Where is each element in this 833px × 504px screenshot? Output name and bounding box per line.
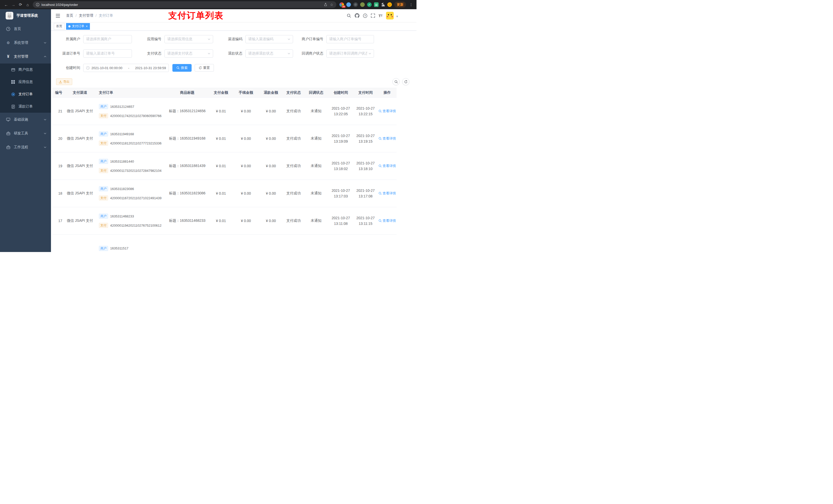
sidebar-item-label: 工作流程 bbox=[14, 145, 28, 149]
filter-row-2: 渠道订单号 请输入渠道订单号 支付状态 请选择支付状态 退款状态 请选择退款状态… bbox=[56, 49, 411, 57]
pay-badge: 支付 bbox=[99, 223, 108, 228]
github-icon[interactable] bbox=[355, 13, 359, 18]
extensions-puzzle-icon[interactable] bbox=[381, 3, 385, 7]
merchant-order-no-input[interactable]: 请输入商户订单编号 bbox=[326, 35, 374, 43]
app-id-select[interactable]: 请选择应用信息 bbox=[164, 35, 213, 43]
sidebar-item-workflow[interactable]: 工作流程 bbox=[0, 140, 51, 154]
merchant-badge: 商户 bbox=[99, 214, 108, 219]
filter-label: 渠道订单号 bbox=[56, 51, 80, 56]
active-dot bbox=[68, 25, 70, 27]
view-detail-link[interactable]: 查看详情 bbox=[379, 164, 396, 168]
cell-notify: 未通知 bbox=[304, 207, 328, 234]
pay-status-select[interactable]: 请选择支付状态 bbox=[164, 49, 213, 57]
close-icon[interactable]: × bbox=[86, 25, 88, 28]
fullscreen-icon[interactable] bbox=[371, 14, 375, 18]
help-icon[interactable]: ? bbox=[363, 14, 367, 18]
share-icon[interactable] bbox=[324, 3, 327, 6]
pay-order-no: 4200001167202110271022491439 bbox=[110, 196, 162, 200]
sidebar-item-refund-order[interactable]: 退款订单 bbox=[0, 100, 51, 113]
cell-refund: ¥ 0.00 bbox=[259, 152, 283, 179]
pay-badge: 支付 bbox=[99, 113, 108, 118]
bookmark-star-icon[interactable]: ☆ bbox=[330, 3, 333, 7]
col-pay-time: 支付时间 bbox=[353, 88, 378, 97]
merchant-input[interactable]: 请选择所属商户 bbox=[83, 35, 132, 43]
reset-button[interactable]: 重置 bbox=[195, 64, 214, 72]
sidebar-item-system[interactable]: ⚙ 系统管理 bbox=[0, 36, 51, 50]
extension-icon-blue[interactable] bbox=[346, 2, 351, 7]
channel-order-no-input[interactable]: 请输入渠道订单号 bbox=[83, 49, 132, 57]
sidebar-item-pay-order[interactable]: 支付订单 bbox=[0, 88, 51, 100]
col-action: 操作 bbox=[378, 88, 397, 97]
view-detail-link[interactable]: 查看详情 bbox=[379, 218, 396, 223]
extension-icon-dark[interactable] bbox=[353, 2, 358, 7]
extension-icon-colorful[interactable]: 10 bbox=[339, 2, 344, 7]
view-detail-link[interactable]: 查看详情 bbox=[379, 109, 396, 114]
pay-order-no: 4200001174202110278060590766 bbox=[110, 114, 162, 118]
notify-status-select[interactable]: 请选择订单回调商户状态 bbox=[326, 49, 374, 57]
breadcrumb-home[interactable]: 首页 bbox=[66, 13, 73, 18]
sidebar-toggle-icon[interactable] bbox=[53, 14, 63, 18]
export-button-label: 导出 bbox=[63, 80, 69, 84]
font-size-icon[interactable]: TT bbox=[379, 14, 382, 18]
extension-icon-olive[interactable] bbox=[360, 2, 365, 7]
cell-pay-time: 2021-10-2713:22:15 bbox=[353, 98, 378, 125]
cell-title: 标题：1635312124656 bbox=[166, 98, 209, 125]
filter-label: 商户订单编号 bbox=[293, 37, 323, 42]
url-bar[interactable]: localhost:1024/pay/order ☆ bbox=[33, 1, 336, 8]
toggle-search-button[interactable] bbox=[392, 78, 400, 85]
sidebar-item-label: 首页 bbox=[14, 27, 21, 31]
cell-amount: ¥ 0.01 bbox=[209, 98, 233, 125]
extension-icon-green-check[interactable]: ✓ bbox=[367, 2, 372, 7]
forward-icon[interactable]: → bbox=[10, 1, 17, 8]
breadcrumb-payment[interactable]: 支付管理 bbox=[79, 13, 93, 18]
home-icon[interactable]: ⌂ bbox=[24, 1, 31, 8]
cell-create-time: 2021-10-2713:17:03 bbox=[328, 180, 353, 207]
sidebar-item-infrastructure[interactable]: 基础设施 bbox=[0, 113, 51, 126]
profile-avatar-icon[interactable] bbox=[387, 2, 392, 7]
avatar-caret-icon[interactable]: ▼ bbox=[396, 15, 399, 18]
table-row: 19 微信 JSAPI 支付 商户1635311881440 支付4200001… bbox=[52, 152, 397, 180]
placeholder-text: 请选择应用信息 bbox=[167, 37, 206, 42]
back-icon[interactable]: ← bbox=[3, 1, 10, 8]
cell-fee: ¥ 0.00 bbox=[233, 180, 259, 207]
site-info-icon[interactable] bbox=[36, 3, 40, 6]
page-annotation: 支付订单列表 bbox=[168, 10, 223, 22]
refresh-button[interactable] bbox=[402, 78, 409, 85]
search-button[interactable]: 搜索 bbox=[172, 64, 192, 72]
sidebar-item-label: 支付订单 bbox=[19, 92, 33, 97]
pay-order-no: 4200001181202110277723215336 bbox=[110, 141, 162, 145]
sidebar-item-label: 基础设施 bbox=[14, 117, 28, 122]
sidebar-item-payment[interactable]: ¥ 支付管理 bbox=[0, 50, 51, 64]
col-create-time: 创建时间 bbox=[328, 88, 353, 97]
view-detail-link[interactable]: 查看详情 bbox=[379, 136, 396, 141]
filter-row-1: 所属商户 请选择所属商户 应用编号 请选择应用信息 渠道编码 请输入渠道编码 商… bbox=[56, 35, 411, 43]
cell-id: 20 bbox=[52, 125, 64, 152]
pay-badge: 支付 bbox=[99, 195, 108, 200]
date-separator: - bbox=[122, 66, 135, 70]
search-icon[interactable] bbox=[347, 14, 351, 18]
url-text: localhost:1024/pay/order bbox=[42, 3, 78, 7]
browser-menu-icon[interactable]: ⋮ bbox=[408, 3, 414, 7]
view-detail-link[interactable]: 查看详情 bbox=[379, 191, 396, 196]
date-start-value: 2021-10-01 00:00:00 bbox=[91, 66, 122, 70]
cell-status: 支付成功 bbox=[283, 180, 304, 207]
channel-code-select[interactable]: 请输入渠道编码 bbox=[245, 35, 293, 43]
cell-pay-time: 2021-10-2713:18:10 bbox=[353, 152, 378, 179]
avatar[interactable] bbox=[386, 12, 394, 20]
browser-update-button[interactable]: 更新 bbox=[394, 2, 406, 8]
sidebar-item-home[interactable]: 首页 bbox=[0, 22, 51, 36]
tab-pay-order[interactable]: 支付订单 × bbox=[66, 23, 90, 30]
merchant-badge: 商户 bbox=[99, 104, 108, 109]
sidebar-item-merchant-info[interactable]: 商户信息 bbox=[0, 64, 51, 76]
sidebar-item-app-info[interactable]: 应用信息 bbox=[0, 76, 51, 88]
view-detail-label: 查看详情 bbox=[383, 191, 396, 196]
sidebar-item-dev-tools[interactable]: 研发工具 bbox=[0, 126, 51, 140]
create-time-range-picker[interactable]: 2021-10-01 00:00:00 - 2021-10-31 23:59:5… bbox=[83, 64, 169, 72]
cell-amount: ¥ 0.01 bbox=[209, 207, 233, 234]
extension-icon-green-square[interactable]: ▤ bbox=[374, 2, 379, 7]
refund-status-select[interactable]: 请选择退款状态 bbox=[245, 49, 293, 57]
export-button[interactable]: 导出 bbox=[56, 78, 72, 85]
reload-icon[interactable]: ⟳ bbox=[17, 1, 24, 8]
col-id: 编号 bbox=[52, 88, 64, 97]
tab-home[interactable]: 首页 bbox=[54, 23, 65, 30]
